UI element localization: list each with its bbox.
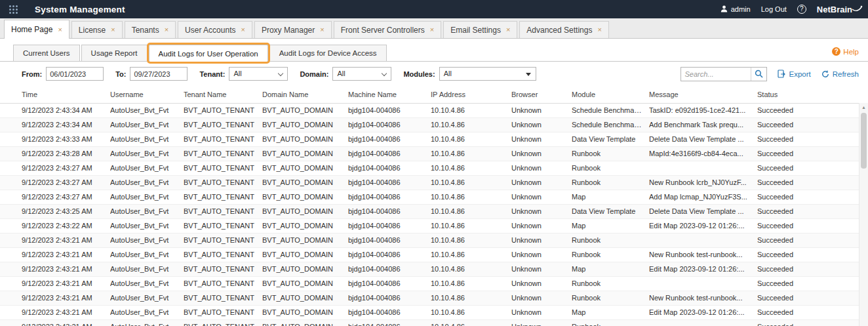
table-cell: AutoUser_Bvt_Fvt	[110, 190, 184, 204]
subtab-audit-logs-for-device-access[interactable]: Audit Logs for Device Access	[269, 45, 387, 61]
table-cell: Edit Map 2023-09-12 01:26:...	[649, 218, 757, 233]
table-cell: 10.10.4.86	[431, 262, 511, 276]
tab-close-icon[interactable]: ×	[58, 26, 62, 33]
table-cell: Map	[572, 262, 649, 276]
table-row[interactable]: 9/12/2023 2:43:33 AMAutoUser_Bvt_FvtBVT_…	[0, 132, 859, 146]
app-title: System Management	[35, 5, 125, 14]
tab-email-settings[interactable]: Email Settings×	[443, 21, 517, 38]
scroll-up-arrow-icon[interactable]: ▲	[859, 103, 868, 112]
table-cell: BVT_AUTO_DOMAIN	[262, 233, 348, 247]
table-row[interactable]: 9/12/2023 2:43:34 AMAutoUser_Bvt_FvtBVT_…	[0, 117, 859, 132]
subtab-audit-logs-for-user-operation[interactable]: Audit Logs for User Operation	[149, 45, 268, 62]
to-date-input[interactable]	[130, 67, 187, 81]
table-row[interactable]: 9/12/2023 2:43:25 AMAutoUser_Bvt_FvtBVT_…	[0, 204, 859, 218]
tab-tenants[interactable]: Tenants×	[125, 21, 176, 38]
subtab-current-users[interactable]: Current Users	[13, 45, 80, 61]
export-button[interactable]: Export	[778, 70, 810, 78]
column-header-time[interactable]: Time	[0, 86, 110, 103]
column-header-browser[interactable]: Browser	[511, 86, 572, 103]
table-cell: Unknown	[511, 161, 572, 175]
from-date-input[interactable]	[46, 67, 104, 81]
vertical-scrollbar[interactable]: ▲	[859, 103, 868, 326]
table-header-row: TimeUsernameTenant NameDomain NameMachin…	[0, 86, 859, 103]
tab-front-server-controllers[interactable]: Front Server Controllers×	[334, 21, 441, 38]
tab-close-icon[interactable]: ×	[597, 26, 601, 33]
table-cell: Map	[572, 218, 649, 233]
table-row[interactable]: 9/12/2023 2:43:28 AMAutoUser_Bvt_FvtBVT_…	[0, 146, 859, 161]
domain-select[interactable]: All	[332, 67, 391, 81]
scrollbar-thumb[interactable]	[861, 113, 867, 169]
table-row[interactable]: 9/12/2023 2:43:21 AMAutoUser_Bvt_FvtBVT_…	[0, 319, 859, 326]
subtab-usage-report[interactable]: Usage Report	[81, 45, 148, 61]
tab-advanced-settings[interactable]: Advanced Settings×	[519, 21, 609, 38]
tab-close-icon[interactable]: ×	[241, 26, 245, 33]
search-icon[interactable]	[751, 68, 766, 81]
column-header-machine-name[interactable]: Machine Name	[348, 86, 431, 103]
table-cell: AutoUser_Bvt_Fvt	[110, 291, 184, 305]
user-menu[interactable]: admin	[720, 5, 751, 14]
tab-close-icon[interactable]: ×	[165, 26, 168, 33]
tab-close-icon[interactable]: ×	[111, 26, 115, 33]
logout-link[interactable]: Log Out	[761, 5, 787, 13]
table-row[interactable]: 9/12/2023 2:43:27 AMAutoUser_Bvt_FvtBVT_…	[0, 161, 859, 175]
modules-label: Modules:	[403, 70, 435, 78]
table-cell: 10.10.4.86	[431, 319, 511, 326]
modules-select[interactable]: All	[439, 67, 536, 81]
table-row[interactable]: 9/12/2023 2:43:21 AMAutoUser_Bvt_FvtBVT_…	[0, 247, 859, 262]
table-cell: bjdg104-004086	[348, 305, 431, 319]
tab-user-accounts[interactable]: User Accounts×	[178, 21, 252, 38]
domain-select-value: All	[337, 70, 345, 77]
tenant-select-value: All	[233, 70, 241, 77]
tab-close-icon[interactable]: ×	[506, 26, 510, 33]
audit-log-table-wrap: TimeUsernameTenant NameDomain NameMachin…	[0, 86, 868, 326]
table-cell: AutoUser_Bvt_Fvt	[110, 175, 184, 190]
app-launcher-icon[interactable]	[9, 5, 18, 14]
table-row[interactable]: 9/12/2023 2:43:34 AMAutoUser_Bvt_FvtBVT_…	[0, 103, 859, 117]
column-header-status[interactable]: Status	[757, 86, 859, 103]
table-cell: 10.10.4.86	[431, 146, 511, 161]
table-row[interactable]: 9/12/2023 2:43:27 AMAutoUser_Bvt_FvtBVT_…	[0, 190, 859, 204]
refresh-button[interactable]: Refresh	[821, 70, 859, 78]
table-cell	[649, 319, 757, 326]
table-cell: AutoUser_Bvt_Fvt	[110, 247, 184, 262]
table-row[interactable]: 9/12/2023 2:43:22 AMAutoUser_Bvt_FvtBVT_…	[0, 218, 859, 233]
table-cell: 10.10.4.86	[431, 103, 511, 117]
column-header-module[interactable]: Module	[572, 86, 649, 103]
search-input[interactable]	[681, 68, 751, 81]
tab-close-icon[interactable]: ×	[320, 26, 324, 33]
table-cell: Succeeded	[757, 103, 859, 117]
topbar-help-icon[interactable]: ?	[797, 5, 806, 14]
table-cell: AutoUser_Bvt_Fvt	[110, 146, 184, 161]
column-header-ip-address[interactable]: IP Address	[431, 86, 511, 103]
table-cell: 9/12/2023 2:43:27 AM	[0, 190, 110, 204]
table-cell: BVT_AUTO_TENANT	[184, 319, 262, 326]
column-header-message[interactable]: Message	[649, 86, 757, 103]
table-cell: 9/12/2023 2:43:27 AM	[0, 161, 110, 175]
tenant-select[interactable]: All	[229, 67, 288, 81]
tab-home-page[interactable]: Home Page×	[4, 20, 69, 39]
table-cell: Runbook	[572, 233, 649, 247]
tab-proxy-manager[interactable]: Proxy Manager×	[254, 21, 332, 38]
top-bar: System Management admin Log Out ? NetBra…	[0, 0, 868, 18]
table-cell: AutoUser_Bvt_Fvt	[110, 117, 184, 132]
table-row[interactable]: 9/12/2023 2:43:21 AMAutoUser_Bvt_FvtBVT_…	[0, 233, 859, 247]
table-row[interactable]: 9/12/2023 2:43:21 AMAutoUser_Bvt_FvtBVT_…	[0, 276, 859, 291]
table-cell: Succeeded	[757, 146, 859, 161]
table-row[interactable]: 9/12/2023 2:43:21 AMAutoUser_Bvt_FvtBVT_…	[0, 262, 859, 276]
tab-license[interactable]: License×	[71, 21, 123, 38]
to-label: To:	[115, 70, 126, 78]
table-row[interactable]: 9/12/2023 2:43:21 AMAutoUser_Bvt_FvtBVT_…	[0, 291, 859, 305]
table-cell: BVT_AUTO_DOMAIN	[262, 146, 348, 161]
column-header-username[interactable]: Username	[110, 86, 184, 103]
table-cell: bjdg104-004086	[348, 190, 431, 204]
table-row[interactable]: 9/12/2023 2:43:21 AMAutoUser_Bvt_FvtBVT_…	[0, 305, 859, 319]
table-cell: Delete Data View Template ...	[649, 132, 757, 146]
column-header-tenant-name[interactable]: Tenant Name	[184, 86, 262, 103]
table-cell: BVT_AUTO_DOMAIN	[262, 103, 348, 117]
table-cell: AutoUser_Bvt_Fvt	[110, 276, 184, 291]
help-link[interactable]: ? Help	[832, 47, 859, 56]
tab-close-icon[interactable]: ×	[430, 26, 434, 33]
column-header-domain-name[interactable]: Domain Name	[262, 86, 348, 103]
table-cell: BVT_AUTO_TENANT	[184, 247, 262, 262]
table-row[interactable]: 9/12/2023 2:43:27 AMAutoUser_Bvt_FvtBVT_…	[0, 175, 859, 190]
